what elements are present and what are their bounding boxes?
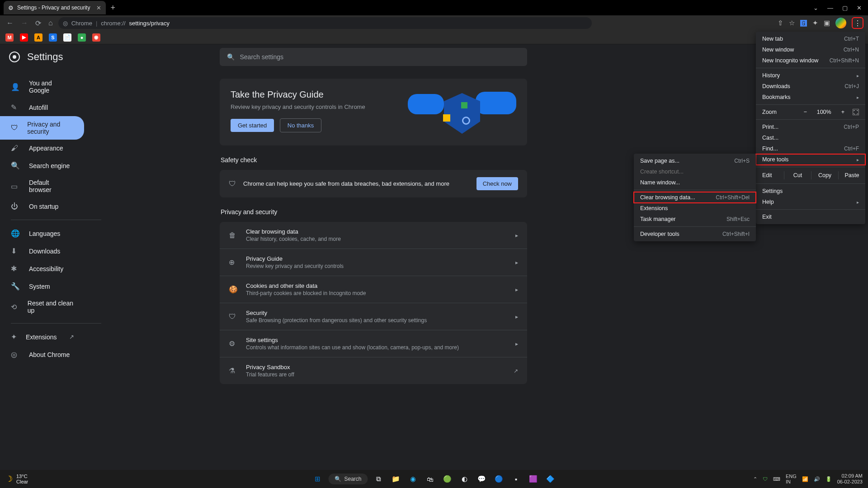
menu-new-window[interactable]: New windowCtrl+N: [756, 44, 865, 55]
taskbar-app2-icon[interactable]: 🟪: [527, 473, 540, 485]
menu-settings[interactable]: Settings: [756, 186, 865, 197]
menu-find[interactable]: Find...Ctrl+F: [756, 143, 865, 154]
sidebar-item-downloads[interactable]: ⬇Downloads: [0, 242, 84, 260]
browser-icon: ▭: [11, 182, 20, 191]
taskbar-taskview-icon[interactable]: ⧉: [373, 473, 385, 485]
no-thanks-button[interactable]: No thanks: [280, 118, 322, 132]
more-tools-submenu: Save page as...Ctrl+S Create shortcut...…: [634, 154, 756, 241]
fullscreen-icon[interactable]: ⛶: [853, 109, 859, 115]
translate-icon[interactable]: 🅶: [800, 19, 807, 27]
sidebar-item-system[interactable]: 🔧System: [0, 277, 84, 295]
tray-chevron-icon[interactable]: ⌃: [753, 476, 757, 482]
taskbar-terminal-icon[interactable]: ▪: [510, 473, 523, 485]
minimize-icon[interactable]: —: [827, 5, 833, 11]
menu-new-tab[interactable]: New tabCtrl+T: [756, 33, 865, 44]
sidebar-item-about[interactable]: ◎About Chrome: [0, 346, 84, 363]
submenu-developer-tools[interactable]: Developer toolsCtrl+Shift+I: [634, 229, 756, 239]
new-tab-button[interactable]: +: [110, 3, 115, 13]
sidebar-item-on-startup[interactable]: ⏻On startup: [0, 198, 84, 215]
taskbar-chrome-active-icon[interactable]: 🟢: [441, 473, 454, 485]
tab-close-icon[interactable]: ✕: [96, 5, 101, 11]
row-clear-browsing-data[interactable]: 🗑 Clear browsing dataClear history, cook…: [220, 222, 527, 249]
side-panel-icon[interactable]: ▣: [824, 19, 830, 27]
tray-battery-icon[interactable]: 🔋: [826, 476, 832, 482]
back-icon[interactable]: ←: [5, 19, 15, 27]
check-now-button[interactable]: Check now: [476, 177, 518, 190]
taskbar-search[interactable]: 🔍Search: [328, 474, 368, 484]
sidebar-item-autofill[interactable]: ✎Autofill: [0, 99, 84, 116]
taskbar-explorer-icon[interactable]: 📁: [390, 473, 402, 485]
tray-language[interactable]: ENGIN: [786, 474, 797, 484]
tray-keyboard-icon[interactable]: ⌨: [773, 476, 780, 482]
bookmark-shield-icon[interactable]: ◉: [92, 33, 100, 42]
menu-downloads[interactable]: DownloadsCtrl+J: [756, 81, 865, 92]
extensions-icon[interactable]: ✦: [812, 19, 818, 27]
taskbar-app-icon[interactable]: ◐: [458, 473, 471, 485]
submenu-task-manager[interactable]: Task managerShift+Esc: [634, 214, 756, 225]
taskbar-edge-icon[interactable]: ◉: [407, 473, 420, 485]
tray-volume-icon[interactable]: 🔊: [814, 476, 820, 482]
menu-cut[interactable]: Cut: [784, 171, 811, 179]
bookmarks-bar: M ▶ A S 📄 ● ◉: [0, 31, 868, 44]
menu-more-tools[interactable]: More tools▸: [756, 154, 865, 165]
menu-history[interactable]: History▸: [756, 70, 865, 81]
taskbar-app3-icon[interactable]: 🔷: [544, 473, 557, 485]
submenu-save-page[interactable]: Save page as...Ctrl+S: [634, 155, 756, 166]
menu-help[interactable]: Help▸: [756, 197, 865, 207]
sidebar-item-appearance[interactable]: 🖌Appearance: [0, 140, 84, 157]
home-icon[interactable]: ⌂: [47, 19, 55, 27]
chevron-down-icon[interactable]: ⌄: [813, 5, 818, 11]
address-bar[interactable]: ◎ Chrome | chrome://settings/privacy: [58, 17, 592, 29]
tray-wifi-icon[interactable]: 📶: [802, 476, 808, 482]
bookmark-gmail-icon[interactable]: M: [5, 33, 14, 42]
sidebar-item-extensions[interactable]: ✦Extensions↗: [0, 328, 84, 346]
profile-avatar[interactable]: [835, 18, 846, 28]
bookmark-s-icon[interactable]: S: [49, 33, 57, 42]
get-started-button[interactable]: Get started: [231, 119, 274, 132]
row-privacy-guide[interactable]: ⊕ Privacy GuideReview key privacy and se…: [220, 249, 527, 276]
sidebar-item-languages[interactable]: 🌐Languages: [0, 225, 84, 242]
sidebar-item-reset[interactable]: ⟲Reset and clean up: [0, 295, 84, 319]
taskbar-weather[interactable]: ☽ 13°CClear: [5, 474, 28, 484]
sidebar-item-privacy[interactable]: 🛡Privacy and security: [0, 116, 84, 140]
bookmark-a-icon[interactable]: A: [34, 33, 42, 42]
row-security[interactable]: 🛡 SecuritySafe Browsing (protection from…: [220, 303, 527, 330]
close-icon[interactable]: ✕: [857, 5, 862, 11]
row-privacy-sandbox[interactable]: ⚗ Privacy SandboxTrial features are off …: [220, 357, 527, 384]
taskbar-chrome-icon[interactable]: 🔵: [493, 473, 505, 485]
bookmark-green-icon[interactable]: ●: [78, 33, 86, 42]
menu-copy[interactable]: Copy: [811, 171, 838, 179]
menu-print[interactable]: Print...Ctrl+P: [756, 122, 865, 132]
reload-icon[interactable]: ⟳: [33, 19, 43, 28]
maximize-icon[interactable]: ▢: [842, 5, 848, 11]
bookmark-doc-icon[interactable]: 📄: [63, 33, 71, 42]
menu-bookmarks[interactable]: Bookmarks▸: [756, 92, 865, 103]
start-button[interactable]: ⊞: [311, 473, 324, 485]
submenu-clear-browsing-data[interactable]: Clear browsing data...Ctrl+Shift+Del: [634, 192, 756, 203]
row-site-settings[interactable]: ⚙ Site settingsControls what information…: [220, 330, 527, 357]
menu-paste[interactable]: Paste: [838, 171, 865, 179]
zoom-in-button[interactable]: +: [838, 109, 848, 115]
sidebar-item-default-browser[interactable]: ▭Default browser: [0, 174, 84, 198]
menu-cast[interactable]: Cast...: [756, 132, 865, 143]
reset-icon: ⟲: [11, 303, 19, 311]
tray-security-icon[interactable]: 🛡: [763, 476, 768, 482]
menu-exit[interactable]: Exit: [756, 211, 865, 222]
row-cookies[interactable]: 🍪 Cookies and other site dataThird-party…: [220, 276, 527, 303]
tray-clock[interactable]: 02:09 AM06-02-2023: [837, 473, 863, 485]
submenu-extensions[interactable]: Extensions: [634, 203, 756, 214]
submenu-name-window[interactable]: Name window...: [634, 177, 756, 188]
star-icon[interactable]: ☆: [789, 19, 795, 27]
browser-tab[interactable]: ⚙ Settings - Privacy and security ✕: [4, 1, 106, 14]
search-settings-input[interactable]: 🔍 Search settings: [220, 48, 527, 66]
taskbar-store-icon[interactable]: 🛍: [424, 473, 437, 485]
sidebar-item-you-and-google[interactable]: 👤You and Google: [0, 75, 84, 99]
sidebar-item-accessibility[interactable]: ✱Accessibility: [0, 260, 84, 277]
taskbar-whatsapp-icon[interactable]: 💬: [476, 473, 488, 485]
sidebar-item-search-engine[interactable]: 🔍Search engine: [0, 157, 84, 174]
more-menu-button[interactable]: ⋮: [852, 17, 863, 29]
share-icon[interactable]: ⇧: [778, 19, 783, 27]
zoom-out-button[interactable]: −: [800, 109, 810, 115]
menu-incognito[interactable]: New Incognito windowCtrl+Shift+N: [756, 55, 865, 66]
bookmark-youtube-icon[interactable]: ▶: [20, 33, 28, 42]
